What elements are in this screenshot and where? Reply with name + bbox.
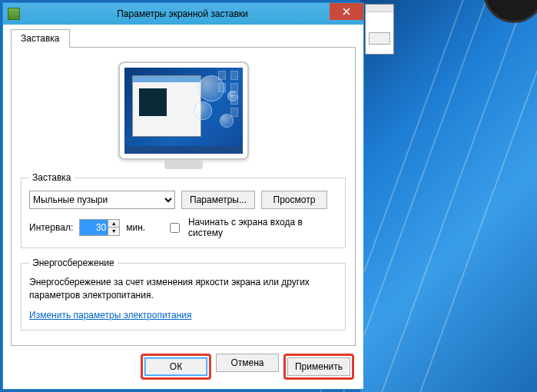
desktop-background bbox=[360, 0, 537, 392]
power-text: Энергосбережение за счет изменения яркос… bbox=[29, 276, 337, 302]
highlight-apply: Применить bbox=[283, 354, 354, 380]
onresume-checkbox[interactable] bbox=[170, 223, 180, 233]
screensaver-preview bbox=[21, 57, 346, 168]
interval-up[interactable]: ▲ bbox=[108, 220, 119, 228]
power-group: Энергосбережение Энергосбережение за сче… bbox=[21, 257, 346, 331]
interval-spinner[interactable]: ▲ ▼ bbox=[79, 219, 120, 236]
screensaver-group-legend: Заставка bbox=[29, 172, 75, 183]
interval-down[interactable]: ▼ bbox=[108, 228, 119, 235]
interval-input[interactable] bbox=[80, 220, 108, 235]
window-title: Параметры экранной заставки bbox=[25, 8, 363, 19]
background-dialog-sliver bbox=[365, 4, 394, 55]
screensaver-settings-dialog: Параметры экранной заставки Заставка bbox=[2, 2, 364, 390]
highlight-ok: ОК bbox=[141, 354, 211, 380]
screensaver-group: Заставка Мыльные пузыри Параметры... Про… bbox=[21, 172, 346, 248]
cancel-button[interactable]: Отмена bbox=[216, 354, 279, 372]
tab-content: Заставка Мыльные пузыри Параметры... Про… bbox=[11, 47, 356, 346]
interval-label: Интервал: bbox=[29, 222, 73, 233]
preview-monitor bbox=[118, 61, 249, 160]
tab-screensaver[interactable]: Заставка bbox=[11, 29, 70, 48]
apply-button[interactable]: Применить bbox=[287, 357, 350, 376]
coffee-maker-object bbox=[483, 0, 537, 23]
dialog-buttons: ОК Отмена Применить bbox=[11, 346, 356, 381]
onresume-label: Начинать с экрана входа в систему bbox=[188, 217, 337, 238]
close-icon bbox=[343, 8, 350, 15]
interval-unit: мин. bbox=[126, 222, 145, 233]
settings-button[interactable]: Параметры... bbox=[181, 191, 255, 209]
tabstrip: Заставка bbox=[11, 29, 356, 48]
close-button[interactable] bbox=[330, 3, 363, 20]
preview-button[interactable]: Просмотр bbox=[261, 191, 327, 209]
screensaver-select[interactable]: Мыльные пузыри bbox=[29, 191, 175, 209]
ok-button[interactable]: ОК bbox=[144, 357, 207, 376]
power-link[interactable]: Изменить параметры электропитания bbox=[29, 310, 191, 321]
window-icon bbox=[8, 8, 20, 20]
power-group-legend: Энергосбережение bbox=[29, 257, 118, 268]
titlebar: Параметры экранной заставки bbox=[3, 3, 363, 25]
